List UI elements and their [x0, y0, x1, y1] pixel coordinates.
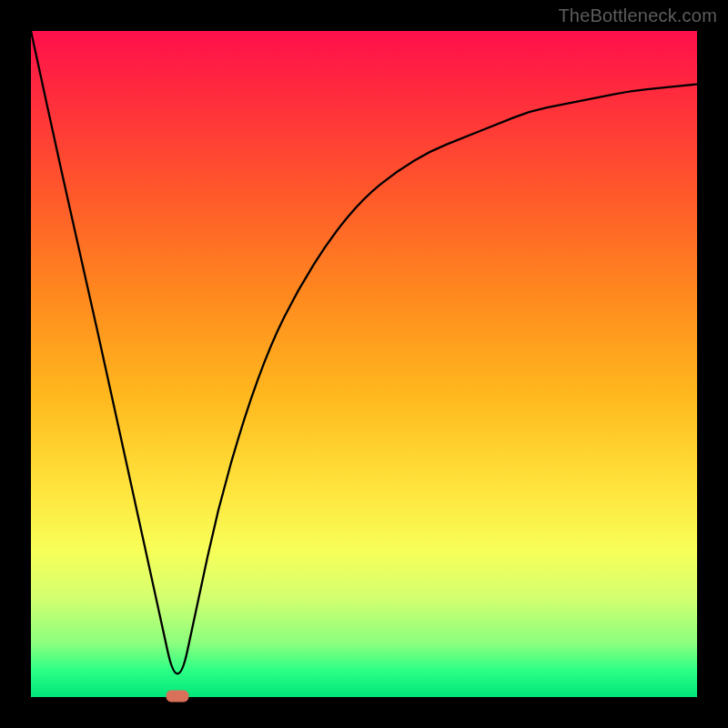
watermark-text: TheBottleneck.com [558, 5, 717, 26]
curve-svg [31, 31, 697, 697]
chart-frame: TheBottleneck.com [0, 0, 728, 728]
bottleneck-curve [31, 31, 697, 673]
plot-area [31, 31, 697, 697]
optimum-marker [167, 691, 188, 702]
